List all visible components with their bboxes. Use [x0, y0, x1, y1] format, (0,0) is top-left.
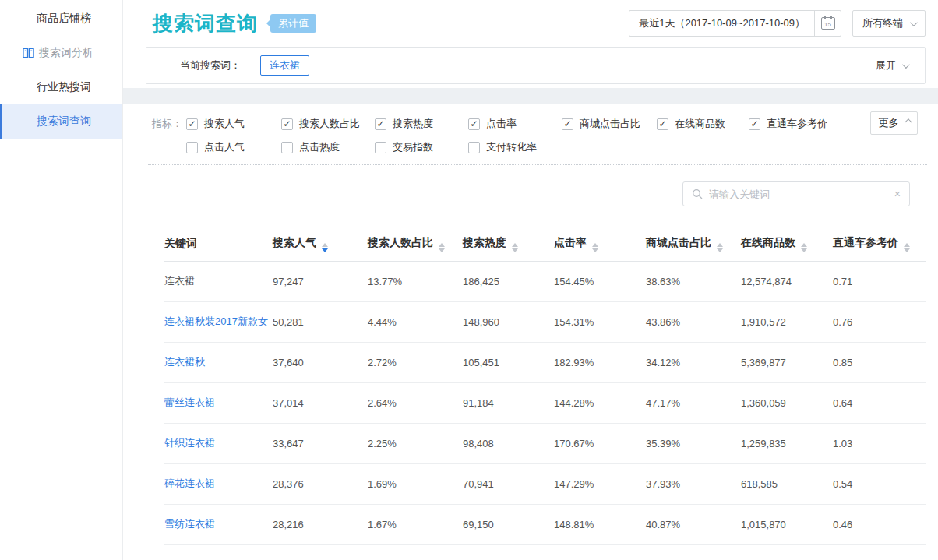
checkbox-unchecked-icon — [186, 142, 198, 153]
cell-search-popularity: 37,014 — [273, 382, 368, 423]
more-metrics-button[interactable]: 更多 — [870, 111, 918, 135]
cell-search-heat: 186,425 — [463, 261, 554, 301]
search-row: × — [123, 165, 938, 206]
sort-icon — [592, 243, 598, 252]
cell-ztc-price: 0.71 — [833, 261, 926, 301]
metric-checkbox-payment-conversion[interactable]: 支付转化率 — [468, 140, 562, 154]
cell-mall-click-share: 43.86% — [646, 301, 741, 342]
table-row: 连衣裙秋装2017新款女 50,281 4.44% 148,960 154.31… — [164, 301, 926, 342]
keyword-link[interactable]: 碎花连衣裙 — [164, 463, 273, 504]
metric-checkbox-search-heat[interactable]: 搜索热度 — [375, 117, 468, 131]
checkbox-unchecked-icon — [468, 142, 480, 153]
sidebar-item-product-shop-ranking[interactable]: 商品店铺榜 — [0, 2, 122, 36]
metrics-row-1: 指标： 搜索人气 搜索人数占比 搜索热度 点击 — [152, 115, 938, 132]
cell-searcher-share: 2.72% — [368, 342, 463, 382]
sidebar-item-label: 行业热搜词 — [37, 80, 91, 94]
column-header-search-popularity[interactable]: 搜索人气 — [273, 227, 368, 261]
sort-icon — [512, 243, 518, 252]
cell-online-products: 1,015,870 — [741, 504, 833, 544]
cell-ztc-price: 0.54 — [833, 463, 926, 504]
table-row: 碎花连衣裙 28,376 1.69% 70,941 147.29% 37.93%… — [164, 463, 926, 504]
keyword-link[interactable]: 雪纺连衣裙 — [164, 504, 273, 544]
sort-icon — [717, 243, 723, 252]
expand-toggle[interactable]: 展开 — [876, 58, 908, 72]
metric-label: 点击人气 — [204, 140, 245, 154]
ledger-icon — [23, 48, 34, 58]
current-keyword-label: 当前搜索词： — [180, 58, 241, 72]
cell-search-popularity: 28,376 — [273, 463, 368, 504]
cell-search-heat: 70,941 — [463, 463, 554, 504]
cell-mall-click-share: 38.63% — [646, 261, 741, 301]
keyword-search-input[interactable] — [709, 188, 888, 200]
sidebar-item-label: 搜索词分析 — [39, 46, 93, 60]
current-keyword-tag[interactable]: 连衣裙 — [260, 55, 309, 76]
keyword-link[interactable]: 针织连衣裙 — [164, 423, 273, 463]
chevron-down-icon — [910, 19, 918, 26]
metric-checkbox-searcher-share[interactable]: 搜索人数占比 — [281, 117, 375, 131]
column-header-mall-click-share[interactable]: 商城点击占比 — [646, 227, 741, 261]
cell-click-rate: 170.67% — [554, 423, 646, 463]
cell-click-rate: 144.28% — [554, 382, 646, 423]
checkbox-checked-icon — [657, 118, 668, 130]
column-header-click-rate[interactable]: 点击率 — [554, 227, 646, 261]
cell-searcher-share: 2.64% — [368, 382, 463, 423]
clear-search-icon[interactable]: × — [894, 188, 901, 199]
sidebar-item-search-term-query[interactable]: 搜索词查询 — [0, 104, 122, 139]
cell-ztc-price: 0.85 — [833, 342, 926, 382]
metric-label: 直通车参考价 — [767, 117, 827, 131]
keyword-cell: 连衣裙 — [164, 261, 273, 301]
metric-checkbox-online-products[interactable]: 在线商品数 — [657, 117, 749, 131]
cell-searcher-share: 1.67% — [368, 504, 463, 544]
cell-mall-click-share: 40.87% — [646, 504, 741, 544]
cell-click-rate: 182.93% — [554, 342, 646, 382]
metric-label: 支付转化率 — [486, 140, 537, 154]
cell-ztc-price: 0.46 — [833, 504, 926, 544]
checkbox-unchecked-icon — [375, 142, 386, 153]
metric-label: 商城点击占比 — [580, 117, 640, 131]
checkbox-checked-icon — [375, 118, 386, 130]
table-row: 连衣裙秋 37,640 2.72% 105,451 182.93% 34.12%… — [164, 342, 926, 382]
sidebar-item-industry-hot-words[interactable]: 行业热搜词 — [0, 70, 122, 104]
date-range-picker[interactable]: 最近1天（2017-10-09~2017-10-09） 15 — [629, 10, 841, 37]
metric-checkbox-mall-click-share[interactable]: 商城点击占比 — [562, 117, 657, 131]
cell-searcher-share: 1.69% — [368, 463, 463, 504]
sidebar-item-label: 搜索词查询 — [37, 114, 91, 129]
keyword-link[interactable]: 连衣裙秋 — [164, 342, 273, 382]
column-header-online-products[interactable]: 在线商品数 — [741, 227, 833, 261]
checkbox-checked-icon — [562, 118, 573, 130]
table-row: 雪纺连衣裙 28,216 1.67% 69,150 148.81% 40.87%… — [164, 504, 926, 544]
keyword-link[interactable]: 连衣裙秋装2017新款女 — [164, 301, 273, 342]
table-header-row: 关键词 搜索人气 搜索人数占比 搜索热度 — [164, 227, 926, 261]
metric-label: 点击热度 — [299, 140, 340, 154]
sort-icon — [439, 243, 445, 252]
results-panel: 指标： 搜索人气 搜索人数占比 搜索热度 点击 — [123, 104, 938, 560]
calendar-button[interactable]: 15 — [814, 11, 841, 36]
main-area: 搜索词查询 累计值 最近1天（2017-10-09~2017-10-09） 15… — [123, 0, 938, 560]
keyword-link[interactable]: 蕾丝连衣裙 — [164, 382, 273, 423]
checkbox-checked-icon — [281, 118, 293, 130]
keyword-search-box: × — [682, 181, 910, 206]
metric-checkbox-click-rate[interactable]: 点击率 — [468, 117, 562, 131]
metric-checkbox-ztc-reference-price[interactable]: 直通车参考价 — [749, 117, 827, 131]
metric-checkbox-click-heat[interactable]: 点击热度 — [281, 140, 375, 154]
terminal-dropdown[interactable]: 所有终端 — [852, 10, 926, 37]
page-title: 搜索词查询 — [153, 10, 258, 37]
column-header-searcher-share[interactable]: 搜索人数占比 — [368, 227, 463, 261]
cell-click-rate: 148.81% — [554, 504, 646, 544]
sidebar-item-search-term-analysis[interactable]: 搜索词分析 — [0, 36, 122, 70]
checkbox-unchecked-icon — [281, 142, 293, 153]
app-window: 商品店铺榜 搜索词分析 行业热搜词 搜索词查询 搜索词查询 累计值 — [0, 0, 938, 560]
page-header: 搜索词查询 累计值 最近1天（2017-10-09~2017-10-09） 15… — [123, 0, 938, 47]
expand-label: 展开 — [876, 58, 896, 72]
metric-checkbox-transaction-index[interactable]: 交易指数 — [375, 140, 468, 154]
current-keyword-panel: 当前搜索词： 连衣裙 展开 — [146, 47, 926, 84]
column-header-search-heat[interactable]: 搜索热度 — [463, 227, 554, 261]
checkbox-checked-icon — [749, 118, 760, 130]
metric-checkbox-click-popularity[interactable]: 点击人气 — [186, 140, 281, 154]
cumulative-value-badge: 累计值 — [270, 14, 316, 33]
keywords-table: 关键词 搜索人气 搜索人数占比 搜索热度 — [164, 227, 926, 545]
metric-checkbox-search-popularity[interactable]: 搜索人气 — [186, 117, 281, 131]
metric-label: 交易指数 — [393, 140, 433, 154]
column-header-ztc-reference-price[interactable]: 直通车参考价 — [833, 227, 926, 261]
cell-searcher-share: 13.77% — [368, 261, 463, 301]
